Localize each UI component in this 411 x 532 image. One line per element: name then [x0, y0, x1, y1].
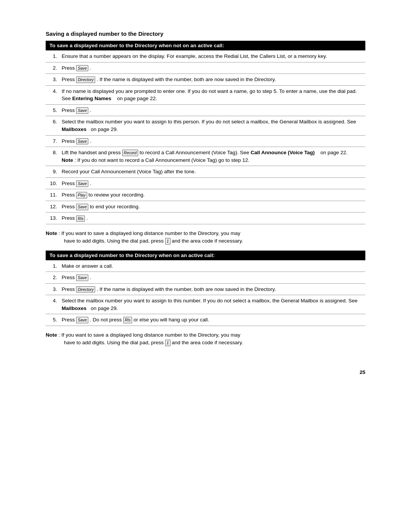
- table-row: 3. Press Directory . If the name is disp…: [46, 283, 365, 295]
- step-number: 3.: [46, 283, 59, 295]
- step-number: 11.: [46, 189, 59, 201]
- save-key: Save: [76, 317, 88, 323]
- note-indent: have to add digits. Using the dial pad, …: [46, 340, 243, 345]
- step-content: Press Directory . If the name is display…: [59, 74, 365, 86]
- save-key: Save: [76, 204, 88, 210]
- step-number: 10.: [46, 177, 59, 189]
- step-content: Press Save to end your recording.: [59, 201, 365, 212]
- page-title: Saving a displayed number to the Directo…: [46, 30, 365, 37]
- directory-key: Directory: [76, 77, 95, 83]
- table-row: 4. If no name is displayed you are promp…: [46, 85, 365, 104]
- step-content: If no name is displayed you are prompted…: [59, 85, 365, 104]
- save-key: Save: [76, 65, 88, 72]
- save-key: Save: [76, 138, 88, 145]
- one-key: 1: [165, 340, 170, 346]
- table-row: 8. Lift the handset and press Record to …: [46, 147, 365, 166]
- step-content: Lift the handset and press Record to rec…: [59, 147, 365, 166]
- table-row: 6. Select the mailbox number you want to…: [46, 116, 365, 135]
- table-row: 3. Press Directory . If the name is disp…: [46, 74, 365, 86]
- section1-steps-table: 1. Ensure that a number appears on the d…: [46, 50, 365, 224]
- table-row: 13. Press Rls .: [46, 212, 365, 224]
- rls-key: Rls: [123, 317, 132, 323]
- step-content: Select the mailbox number you want to as…: [59, 295, 365, 314]
- table-row: 11. Press Play to review your recording.: [46, 189, 365, 201]
- table-row: 5. Press Save . Do not press Rls or else…: [46, 314, 365, 326]
- note-label: Note: [46, 230, 57, 236]
- step-number: 1.: [46, 260, 59, 272]
- table-row: 4. Select the mailbox number you want to…: [46, 295, 365, 314]
- table-row: 2. Press Save .: [46, 62, 365, 74]
- step-number: 1.: [46, 51, 59, 62]
- note-label: Note: [46, 332, 57, 338]
- step-content: Press Rls .: [59, 212, 365, 224]
- section1-header: To save a displayed number to the Direct…: [46, 41, 365, 50]
- table-row: 10. Press Save .: [46, 177, 365, 189]
- save-key: Save: [76, 181, 88, 187]
- table-row: 1. Ensure that a number appears on the d…: [46, 51, 365, 62]
- step-number: 9.: [46, 166, 59, 178]
- table-row: 9. Record your Call Announcement (Voice …: [46, 166, 365, 178]
- save-key: Save: [76, 275, 88, 281]
- table-row: 12. Press Save to end your recording.: [46, 201, 365, 212]
- step-content: Select the mailbox number you want to as…: [59, 116, 365, 135]
- step-number: 13.: [46, 212, 59, 224]
- step-content: Press Directory . If the name is display…: [59, 283, 365, 295]
- section1-note: Note : If you want to save a displayed l…: [46, 230, 365, 245]
- step-number: 5.: [46, 104, 59, 116]
- step-content: Press Save .: [59, 272, 365, 284]
- step-number: 2.: [46, 272, 59, 284]
- step-content: Make or answer a call.: [59, 260, 365, 272]
- step-content: Press Save .: [59, 177, 365, 189]
- table-row: 1. Make or answer a call.: [46, 260, 365, 272]
- rls-key: Rls: [76, 216, 85, 222]
- step-number: 4.: [46, 85, 59, 104]
- section2-header: To save a displayed number to the Direct…: [46, 251, 365, 260]
- page-number: 25: [46, 369, 365, 375]
- step-content: Press Save .: [59, 104, 365, 116]
- step-content: Ensure that a number appears on the disp…: [59, 51, 365, 62]
- step-content: Press Save .: [59, 135, 365, 147]
- step-number: 2.: [46, 62, 59, 74]
- one-key: 1: [165, 238, 170, 244]
- table-row: 7. Press Save .: [46, 135, 365, 147]
- step-number: 5.: [46, 314, 59, 326]
- save-key: Save: [76, 107, 88, 114]
- note-indent: have to add digits. Using the dial pad, …: [46, 238, 243, 244]
- step-number: 7.: [46, 135, 59, 147]
- step-content: Press Play to review your recording.: [59, 189, 365, 201]
- directory-key: Directory: [76, 286, 95, 293]
- step-number: 6.: [46, 116, 59, 135]
- step-number: 3.: [46, 74, 59, 86]
- record-key: Record: [122, 150, 138, 156]
- step-content: Press Save . Do not press Rls or else yo…: [59, 314, 365, 326]
- step-content: Record your Call Announcement (Voice Tag…: [59, 166, 365, 178]
- table-row: 2. Press Save .: [46, 272, 365, 284]
- table-row: 5. Press Save .: [46, 104, 365, 116]
- section2-steps-table: 1. Make or answer a call. 2. Press Save …: [46, 260, 365, 326]
- step-number: 4.: [46, 295, 59, 314]
- section2-note: Note : If you want to save a displayed l…: [46, 331, 365, 347]
- step-number: 12.: [46, 201, 59, 212]
- step-number: 8.: [46, 147, 59, 166]
- step-content: Press Save .: [59, 62, 365, 74]
- play-key: Play: [76, 192, 87, 198]
